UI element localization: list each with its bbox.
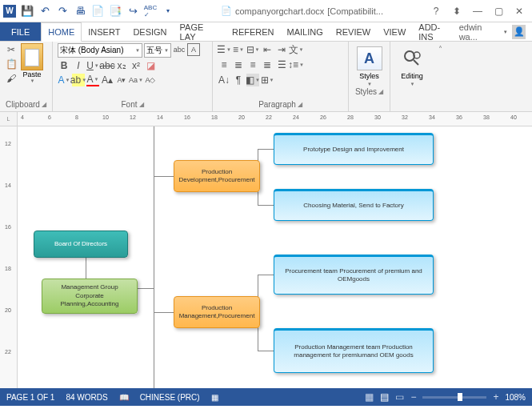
tab-mailing[interactable]: MAILING bbox=[281, 22, 330, 41]
maximize-icon[interactable]: ▢ bbox=[489, 3, 508, 19]
collapse-ribbon-icon[interactable]: ˄ bbox=[434, 42, 446, 111]
styles-button[interactable]: A Styles ▼ bbox=[354, 43, 385, 86]
distributed-icon[interactable]: ☰ bbox=[275, 58, 288, 71]
close-icon[interactable]: ✕ bbox=[510, 3, 529, 19]
read-mode-icon[interactable]: ▦ bbox=[365, 391, 374, 403]
show-marks-icon[interactable]: ¶ bbox=[232, 74, 245, 86]
zoom-in-icon[interactable]: + bbox=[493, 391, 498, 403]
tab-file[interactable]: FILE bbox=[0, 22, 41, 41]
paragraph-launcher-icon[interactable]: ◢ bbox=[298, 101, 302, 108]
status-language[interactable]: CHINESE (PRC) bbox=[140, 393, 200, 402]
document-canvas[interactable]: Board Of Directors Management Group Corp… bbox=[18, 126, 532, 388]
org-node-material[interactable]: Choosing Material, Send to Factory bbox=[274, 189, 434, 221]
org-node-procurement[interactable]: Procurement team Procurement of premium … bbox=[274, 255, 434, 295]
styles-launcher-icon[interactable]: ◢ bbox=[378, 88, 383, 95]
format-painter-icon[interactable]: 🖌 bbox=[5, 72, 18, 85]
increase-font-icon[interactable]: abc bbox=[173, 43, 186, 56]
grow-font-icon[interactable]: A▴ bbox=[101, 74, 114, 86]
align-center-icon[interactable]: ≣ bbox=[232, 58, 245, 71]
shading-icon[interactable]: ◧▼ bbox=[246, 74, 259, 86]
increase-indent-icon[interactable]: ⇥ bbox=[275, 43, 288, 56]
clipboard-launcher-icon[interactable]: ◢ bbox=[42, 101, 46, 108]
spelling-icon[interactable]: ABC✓ bbox=[144, 5, 157, 18]
horizontal-ruler[interactable]: 4 6 8 10 12 14 16 18 20 22 24 26 28 30 3… bbox=[18, 112, 532, 126]
web-layout-icon[interactable]: ▭ bbox=[395, 391, 404, 403]
tab-review[interactable]: REVIEW bbox=[330, 22, 377, 41]
status-words[interactable]: 84 WORDS bbox=[66, 393, 107, 402]
line-spacing-icon[interactable]: ↕≡▼ bbox=[290, 58, 302, 71]
status-macro-icon[interactable]: ▦ bbox=[211, 393, 218, 402]
strike-icon[interactable]: abc bbox=[101, 59, 114, 72]
user-area[interactable]: edwin wa... ▾ 👤 bbox=[459, 22, 532, 41]
zoom-level[interactable]: 108% bbox=[505, 393, 526, 402]
zoom-out-icon[interactable]: − bbox=[410, 391, 416, 403]
numbering-icon[interactable]: ≡▼ bbox=[232, 43, 245, 56]
org-node-directors[interactable]: Board Of Directors bbox=[34, 231, 128, 258]
status-proofing-icon[interactable]: 📖 bbox=[119, 393, 129, 402]
vertical-ruler[interactable]: 12 14 16 18 20 22 bbox=[0, 126, 18, 388]
qat-icon-2[interactable]: 📄 bbox=[91, 5, 104, 18]
group-font: 宋体 (Body Asian)▼ 五号▼ abc A B I U▼ abc x₂… bbox=[53, 42, 213, 111]
font-name-dropdown[interactable]: 宋体 (Body Asian)▼ bbox=[58, 43, 142, 58]
copy-icon[interactable]: 📋 bbox=[5, 58, 18, 70]
editing-button[interactable]: Editing ▼ bbox=[395, 43, 429, 86]
org-node-prototype[interactable]: Prototype Design and Improvement bbox=[274, 133, 434, 165]
tab-addins[interactable]: ADD-INS bbox=[412, 22, 458, 41]
minimize-icon[interactable]: — bbox=[468, 3, 487, 19]
h-tick: 28 bbox=[347, 114, 354, 120]
align-right-icon[interactable]: ≡ bbox=[246, 58, 259, 71]
font-color-icon[interactable]: A▼ bbox=[86, 74, 99, 86]
sort-icon[interactable]: A↓ bbox=[218, 74, 230, 86]
qat-more-icon[interactable]: ▾ bbox=[162, 5, 174, 18]
multilevel-icon[interactable]: ⊟▼ bbox=[246, 43, 259, 56]
highlight-icon[interactable]: ab▼ bbox=[72, 74, 85, 86]
org-connector bbox=[258, 275, 274, 275]
justify-icon[interactable]: ≣ bbox=[261, 58, 274, 71]
tab-insert[interactable]: INSERT bbox=[82, 22, 126, 41]
org-node-prod-dev[interactable]: Production Development,Procurement bbox=[174, 160, 260, 192]
ribbon-toggle-icon[interactable]: ⬍ bbox=[447, 3, 466, 19]
help-icon[interactable]: ? bbox=[426, 3, 446, 19]
redo-icon[interactable]: ↷ bbox=[56, 5, 69, 18]
char-border-icon[interactable]: A bbox=[187, 43, 200, 56]
text-effects-icon[interactable]: A▼ bbox=[58, 74, 70, 86]
eraser-icon[interactable]: ◪ bbox=[144, 59, 157, 72]
qat-icon-4[interactable]: ↪ bbox=[126, 5, 139, 18]
org-node-prodmgmt-team[interactable]: Production Management team Production ma… bbox=[274, 328, 434, 373]
org-node-prod-mgmt[interactable]: Production Management,Procurement bbox=[174, 296, 260, 328]
paste-icon bbox=[21, 43, 43, 70]
italic-icon[interactable]: I bbox=[72, 59, 85, 72]
zoom-thumb[interactable] bbox=[458, 393, 462, 401]
change-case-icon[interactable]: Aa▼ bbox=[130, 74, 142, 86]
tab-view[interactable]: VIEW bbox=[377, 22, 412, 41]
org-node-management[interactable]: Management Group Corporate Planning,Acco… bbox=[42, 279, 138, 314]
underline-icon[interactable]: U▼ bbox=[86, 59, 99, 72]
font-launcher-icon[interactable]: ◢ bbox=[139, 101, 144, 108]
paste-button[interactable]: Paste ▼ bbox=[21, 43, 43, 83]
align-left-icon[interactable]: ≡ bbox=[218, 58, 230, 71]
shrink-font-icon[interactable]: A▾ bbox=[115, 74, 128, 86]
superscript-icon[interactable]: x² bbox=[130, 59, 142, 72]
cut-icon[interactable]: ✂ bbox=[5, 43, 18, 56]
user-name: edwin wa... bbox=[459, 22, 500, 42]
zoom-slider[interactable] bbox=[422, 396, 486, 399]
tab-page-layout[interactable]: PAGE LAY bbox=[174, 22, 226, 41]
bullets-icon[interactable]: ☰▼ bbox=[218, 43, 230, 56]
font-size-dropdown[interactable]: 五号▼ bbox=[144, 43, 171, 58]
h-tick: 36 bbox=[456, 114, 462, 120]
save-icon[interactable]: 💾 bbox=[21, 5, 34, 18]
tab-references[interactable]: REFEREN bbox=[226, 22, 281, 41]
qat-icon-3[interactable]: 📑 bbox=[109, 5, 122, 18]
print-layout-icon[interactable]: ▤ bbox=[380, 391, 389, 403]
status-page[interactable]: PAGE 1 OF 1 bbox=[6, 393, 54, 402]
borders-icon[interactable]: ⊞▼ bbox=[261, 74, 274, 86]
tab-home[interactable]: HOME bbox=[41, 22, 82, 42]
bold-icon[interactable]: B bbox=[58, 59, 70, 72]
tab-design[interactable]: DESIGN bbox=[126, 22, 173, 41]
subscript-icon[interactable]: x₂ bbox=[115, 59, 128, 72]
decrease-indent-icon[interactable]: ⇤ bbox=[261, 43, 274, 56]
qat-icon-1[interactable]: 🖶 bbox=[74, 5, 86, 18]
asian-layout-icon[interactable]: 文▼ bbox=[290, 43, 302, 56]
clear-format-icon[interactable]: A◇ bbox=[144, 74, 157, 86]
undo-icon[interactable]: ↶ bbox=[38, 5, 51, 18]
